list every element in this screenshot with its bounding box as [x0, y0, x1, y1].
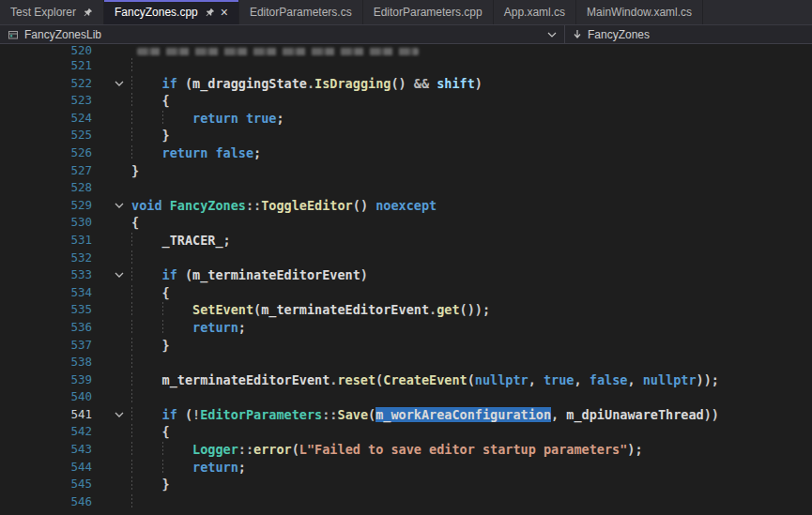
- fold-gutter: [107, 110, 131, 128]
- line-number[interactable]: 544: [0, 459, 107, 477]
- code-line-526[interactable]: 526 return false;: [0, 144, 812, 162]
- code-line-520[interactable]: 520: [0, 44, 812, 57]
- line-number[interactable]: 533: [0, 266, 107, 284]
- fold-gutter: [107, 92, 131, 110]
- code-line-523[interactable]: 523 {: [0, 92, 812, 110]
- fold-chevron-icon[interactable]: [107, 406, 131, 424]
- fold-chevron-icon[interactable]: [107, 197, 131, 215]
- code-line-521[interactable]: 521: [0, 57, 812, 75]
- code-line-533[interactable]: 533 if (m_terminateEditorEvent): [0, 266, 812, 284]
- tab-editorparameters-cs[interactable]: EditorParameters.cs: [239, 0, 363, 24]
- code-line-527[interactable]: 527}: [0, 162, 812, 180]
- line-number[interactable]: 528: [0, 179, 107, 197]
- fold-gutter: [107, 423, 131, 441]
- pin-icon[interactable]: [83, 8, 93, 18]
- line-number[interactable]: 534: [0, 284, 107, 302]
- line-number[interactable]: 524: [0, 110, 107, 128]
- line-number[interactable]: 537: [0, 337, 107, 355]
- code-line-534[interactable]: 534 {: [0, 284, 812, 302]
- fold-gutter: [107, 284, 131, 302]
- line-number[interactable]: 538: [0, 354, 107, 371]
- tab-label: App.xaml.cs: [504, 6, 565, 19]
- code-line-538[interactable]: 538: [0, 354, 812, 371]
- code-text: return true;: [131, 110, 812, 128]
- code-line-530[interactable]: 530{: [0, 214, 812, 232]
- fold-gutter: [107, 162, 131, 180]
- line-number[interactable]: 536: [0, 319, 107, 337]
- code-text: {: [131, 423, 812, 441]
- fold-gutter: [107, 214, 131, 232]
- code-text: [131, 179, 812, 197]
- line-number[interactable]: 530: [0, 214, 107, 232]
- fold-gutter: [107, 250, 131, 267]
- code-text: return false;: [131, 144, 812, 162]
- fold-gutter: [107, 388, 131, 406]
- tab-test-explorer[interactable]: Test Explorer: [0, 0, 104, 24]
- code-line-539[interactable]: 539 m_terminateEditorEvent.reset(CreateE…: [0, 371, 812, 389]
- member-scope-dropdown[interactable]: FancyZones: [564, 25, 812, 43]
- code-line-528[interactable]: 528: [0, 179, 812, 197]
- tab-label: EditorParameters.cpp: [374, 6, 483, 19]
- line-number[interactable]: 543: [0, 441, 107, 459]
- code-line-540[interactable]: 540: [0, 388, 812, 406]
- fold-gutter: [107, 144, 131, 162]
- line-number[interactable]: 520: [0, 44, 107, 57]
- code-line-537[interactable]: 537 }: [0, 337, 812, 355]
- line-number[interactable]: 522: [0, 75, 107, 93]
- code-text: [131, 493, 812, 511]
- tab-app-xaml-cs[interactable]: App.xaml.cs: [494, 0, 576, 24]
- project-icon: [8, 29, 19, 40]
- code-line-542[interactable]: 542 {: [0, 423, 812, 441]
- tab-fancyzones-cpp[interactable]: FancyZones.cpp×: [104, 0, 239, 24]
- line-number[interactable]: 526: [0, 144, 107, 162]
- code-line-544[interactable]: 544 return;: [0, 459, 812, 477]
- line-number[interactable]: 529: [0, 197, 107, 215]
- fold-chevron-icon[interactable]: [107, 266, 131, 284]
- code-text: return;: [131, 319, 812, 337]
- code-line-525[interactable]: 525 }: [0, 127, 812, 144]
- line-number[interactable]: 542: [0, 423, 107, 441]
- code-line-543[interactable]: 543 Logger::error(L"Failed to save edito…: [0, 441, 812, 459]
- code-line-531[interactable]: 531 _TRACER_;: [0, 232, 812, 250]
- code-text: [131, 250, 812, 267]
- code-text: [131, 354, 812, 371]
- line-number[interactable]: 532: [0, 250, 107, 267]
- line-number[interactable]: 521: [0, 57, 107, 75]
- fold-gutter: [107, 476, 131, 493]
- line-number[interactable]: 541: [0, 406, 107, 424]
- navigate-down-arrow-icon: [573, 29, 582, 40]
- code-line-536[interactable]: 536 return;: [0, 319, 812, 337]
- tab-mainwindow-xaml-cs[interactable]: MainWindow.xaml.cs: [576, 0, 703, 24]
- line-number[interactable]: 523: [0, 92, 107, 110]
- fold-gutter: [107, 57, 131, 75]
- code-line-541[interactable]: 541 if (!EditorParameters::Save(m_workAr…: [0, 406, 812, 424]
- line-number[interactable]: 540: [0, 388, 107, 406]
- line-number[interactable]: 527: [0, 162, 107, 180]
- line-number[interactable]: 525: [0, 127, 107, 144]
- line-number[interactable]: 545: [0, 476, 107, 493]
- fold-gutter: [107, 493, 131, 511]
- code-editor[interactable]: 520521 522 if (m_draggingState.IsDraggin…: [0, 44, 812, 515]
- line-number[interactable]: 531: [0, 232, 107, 250]
- tab-editorparameters-cpp[interactable]: EditorParameters.cpp: [363, 0, 494, 24]
- code-text: void FancyZones::ToggleEditor() noexcept: [131, 197, 812, 215]
- close-icon[interactable]: ×: [221, 6, 228, 19]
- pin-icon[interactable]: [205, 8, 215, 18]
- code-line-529[interactable]: 529void FancyZones::ToggleEditor() noexc…: [0, 197, 812, 215]
- code-line-535[interactable]: 535 SetEvent(m_terminateEditorEvent.get(…: [0, 301, 812, 319]
- code-line-524[interactable]: 524 return true;: [0, 110, 812, 128]
- line-number[interactable]: 539: [0, 371, 107, 389]
- fold-chevron-icon[interactable]: [107, 75, 131, 93]
- navigation-bar: FancyZonesLib FancyZones: [0, 24, 812, 44]
- code-line-532[interactable]: 532: [0, 250, 812, 267]
- fold-gutter: [107, 371, 131, 389]
- line-number[interactable]: 535: [0, 301, 107, 319]
- code-line-545[interactable]: 545 }: [0, 476, 812, 493]
- code-text: {: [131, 92, 812, 110]
- line-number[interactable]: 546: [0, 493, 107, 511]
- project-dropdown[interactable]: FancyZonesLib: [0, 25, 564, 43]
- code-line-522[interactable]: 522 if (m_draggingState.IsDragging() && …: [0, 75, 812, 93]
- code-text: }: [131, 476, 812, 493]
- code-line-546[interactable]: 546: [0, 493, 812, 511]
- fold-gutter: [107, 459, 131, 477]
